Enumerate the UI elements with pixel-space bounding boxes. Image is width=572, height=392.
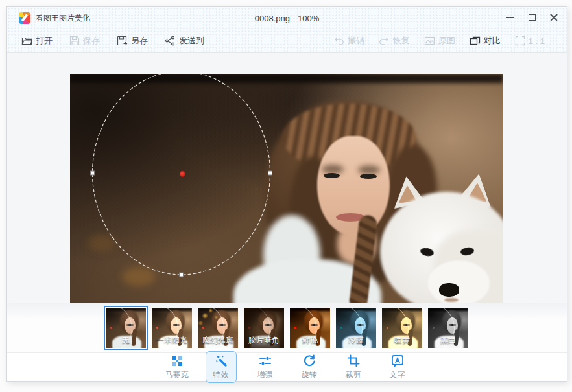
woman-brow xyxy=(322,165,344,174)
open-label: 打开 xyxy=(36,35,53,47)
save-as-button[interactable]: 另存 xyxy=(117,35,148,47)
filter-preview xyxy=(198,308,238,348)
tool-rotate[interactable]: 旋转 xyxy=(294,351,325,383)
app-window: 看图王图片美化 0008.png 100% 打开 保存 xyxy=(6,6,567,382)
filter-thumb-none[interactable]: 无 xyxy=(104,306,148,350)
window-controls xyxy=(502,10,562,25)
photo-leaf-blur xyxy=(122,267,156,286)
tool-label: 裁剪 xyxy=(346,369,361,380)
filter-thumb-sunshine[interactable]: 一米阳光 xyxy=(150,306,194,350)
maximize-button[interactable] xyxy=(524,10,540,25)
filter-preview xyxy=(152,308,192,348)
original-label: 原图 xyxy=(438,35,455,47)
app-title: 看图王图片美化 xyxy=(36,13,90,24)
one-to-one-button[interactable]: 1 : 1 xyxy=(515,36,545,46)
share-icon xyxy=(165,36,176,46)
save-icon xyxy=(69,36,80,46)
tool-label: 特效 xyxy=(213,369,229,380)
tool-label: 旋转 xyxy=(302,369,317,380)
redo-label: 恢复 xyxy=(393,35,410,47)
toolbar-right-group: 撤销 恢复 原图 对比 1 : 1 xyxy=(333,35,545,47)
send-to-label: 发送到 xyxy=(179,35,204,47)
undo-label: 撤销 xyxy=(348,35,364,47)
magic-wand-icon xyxy=(214,354,228,368)
toolbar-left-group: 打开 保存 另存 发送到 xyxy=(21,35,204,47)
woman-eye xyxy=(360,174,377,179)
filter-preview xyxy=(336,308,376,348)
tool-label: 马赛克 xyxy=(165,369,189,380)
document-name: 0008.png xyxy=(255,14,290,23)
save-button[interactable]: 保存 xyxy=(69,35,100,47)
titlebar: 看图王图片美化 0008.png 100% xyxy=(7,7,567,29)
compare-label: 对比 xyxy=(484,35,501,47)
dog-nose xyxy=(439,283,459,297)
original-image-button[interactable]: 原图 xyxy=(424,35,455,47)
maximize-icon xyxy=(529,14,536,21)
tool-mosaic[interactable]: 马赛克 xyxy=(161,351,193,383)
canvas-workspace xyxy=(7,53,567,303)
filter-thumb-warm-yellow[interactable]: 暖黄 xyxy=(380,306,424,350)
woman-brow xyxy=(358,165,380,174)
document-title: 0008.png 100% xyxy=(7,7,567,29)
minimize-button[interactable] xyxy=(502,10,518,25)
filter-thumb-vignette[interactable]: 胶片暗角 xyxy=(242,306,286,350)
filter-thumb-vivid[interactable]: 鲜艳 xyxy=(288,306,332,350)
dog-muzzle xyxy=(428,260,490,303)
one-to-one-label: 1 : 1 xyxy=(529,36,545,46)
tool-text[interactable]: 文字 xyxy=(382,351,413,383)
header: 看图王图片美化 0008.png 100% 打开 保存 xyxy=(7,7,567,53)
sliders-icon xyxy=(258,354,272,368)
filter-strip: 无 一米阳光 魔幻光斑 胶片暗角 xyxy=(7,303,567,352)
tool-crop[interactable]: 裁剪 xyxy=(338,351,369,383)
filter-preview xyxy=(244,308,284,348)
folder-open-icon xyxy=(21,36,32,46)
save-as-icon xyxy=(117,36,128,46)
filter-preview xyxy=(382,308,422,348)
filter-preview xyxy=(290,308,330,348)
text-icon xyxy=(390,354,405,368)
crop-icon xyxy=(346,354,361,368)
tool-label: 文字 xyxy=(390,369,405,380)
filter-thumb-magic-bokeh[interactable]: 魔幻光斑 xyxy=(196,306,240,350)
compare-button[interactable]: 对比 xyxy=(470,35,501,47)
zoom-level: 100% xyxy=(298,14,319,23)
app-logo-icon xyxy=(19,12,30,24)
redo-button[interactable]: 恢复 xyxy=(379,35,410,47)
rotate-icon xyxy=(302,354,316,368)
filter-preview xyxy=(428,308,468,348)
photo-top-shadow xyxy=(70,74,503,83)
send-to-button[interactable]: 发送到 xyxy=(165,35,204,47)
selection-center-point[interactable] xyxy=(180,171,185,177)
tool-enhance[interactable]: 增强 xyxy=(250,351,281,383)
undo-button[interactable]: 撤销 xyxy=(333,35,364,47)
open-button[interactable]: 打开 xyxy=(21,35,53,47)
photo-leaf-blur xyxy=(88,235,115,251)
woman-eye xyxy=(324,173,340,178)
close-icon xyxy=(550,14,558,21)
filter-thumb-cold-blue[interactable]: 冷蓝 xyxy=(334,306,378,350)
photo-canvas[interactable] xyxy=(70,74,503,303)
minimize-icon xyxy=(506,17,514,18)
compare-icon xyxy=(470,36,481,46)
dog-mouth xyxy=(444,298,459,302)
filter-preview xyxy=(106,308,146,348)
redo-icon xyxy=(379,36,390,46)
tool-label: 增强 xyxy=(257,369,273,380)
undo-icon xyxy=(333,36,344,46)
bottom-toolbar: 马赛克 特效 增强 旋转 裁剪 文字 xyxy=(7,352,567,381)
tool-effects[interactable]: 特效 xyxy=(206,351,237,383)
one-to-one-icon xyxy=(515,36,525,46)
filter-thumb-black-white[interactable]: 黑白 xyxy=(426,306,470,350)
close-button[interactable] xyxy=(546,10,562,25)
mosaic-icon xyxy=(170,354,184,368)
save-label: 保存 xyxy=(83,35,100,47)
image-icon xyxy=(424,36,435,46)
save-as-label: 另存 xyxy=(131,35,148,47)
main-toolbar: 打开 保存 另存 发送到 撤销 xyxy=(7,29,567,52)
